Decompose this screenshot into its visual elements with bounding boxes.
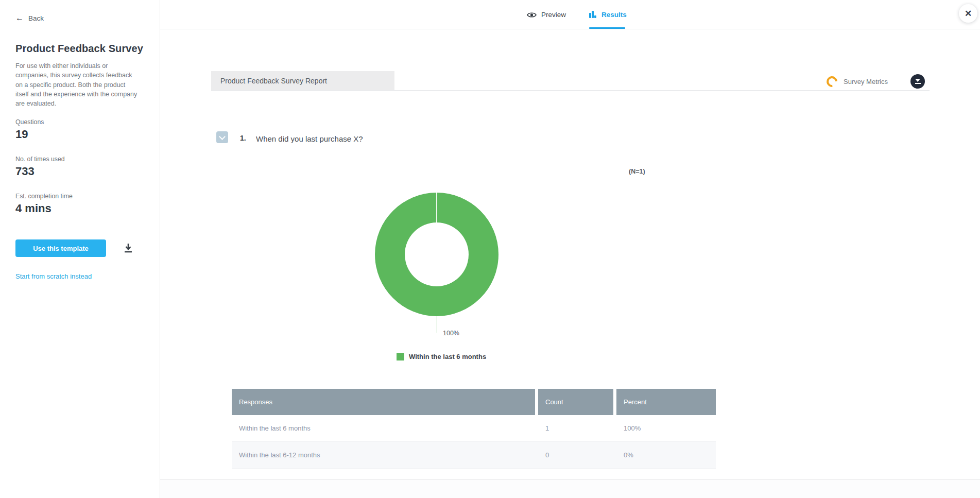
cell-percent: 0% xyxy=(616,451,716,459)
question-text: When did you last purchase X? xyxy=(256,134,363,143)
stat-label: Est. completion time xyxy=(15,193,73,200)
stat-value: 4 mins xyxy=(15,202,73,215)
back-label: Back xyxy=(28,14,44,22)
stat-value: 733 xyxy=(15,165,65,178)
table-row: Within the last 6 months 1 100% xyxy=(232,415,716,442)
survey-metrics-label: Survey Metrics xyxy=(844,78,888,85)
back-arrow-icon: ← xyxy=(15,13,24,23)
stat-label: No. of times used xyxy=(15,156,65,163)
cell-response: Within the last 6 months xyxy=(232,424,538,432)
donut-label-leader-line xyxy=(437,316,437,333)
stat-label: Questions xyxy=(15,118,44,126)
start-from-scratch-link[interactable]: Start from scratch instead xyxy=(15,272,92,280)
table-row: Within the last 12-24 months 0 0% xyxy=(232,469,716,479)
template-title: Product Feedback Survey xyxy=(15,43,144,55)
table-row-clipped: Within the last 12-24 months 0 0% xyxy=(232,469,716,479)
cell-percent: 100% xyxy=(616,424,716,432)
survey-metrics[interactable]: Survey Metrics xyxy=(827,72,888,91)
tab-results[interactable]: Results xyxy=(589,0,627,29)
chart-legend[interactable]: Within the last 6 months xyxy=(397,353,486,360)
tab-preview[interactable]: Preview xyxy=(527,0,566,29)
download-icon[interactable] xyxy=(122,242,134,254)
tab-results-label: Results xyxy=(601,11,627,19)
donut-percent-label: 100% xyxy=(443,330,459,337)
table-row: Within the last 6-12 months 0 0% xyxy=(232,442,716,469)
cell-count: 1 xyxy=(538,424,616,432)
preview-header xyxy=(160,0,980,29)
cell-count: 0 xyxy=(538,451,616,459)
table-header-row: Responses Count Percent xyxy=(232,389,716,415)
active-tab-indicator xyxy=(589,27,625,29)
stat-value: 19 xyxy=(15,128,44,141)
question-collapse-toggle[interactable] xyxy=(216,131,228,143)
stat-questions: Questions 19 xyxy=(15,118,44,141)
column-header-responses[interactable]: Responses xyxy=(232,389,535,415)
cell-response: Within the last 6-12 months xyxy=(232,451,538,459)
column-header-percent[interactable]: Percent xyxy=(616,389,716,415)
tab-preview-label: Preview xyxy=(541,11,566,19)
legend-label: Within the last 6 months xyxy=(409,353,486,360)
results-table: Responses Count Percent Within the last … xyxy=(232,389,716,479)
template-description: For use with either individuals or compa… xyxy=(15,61,138,108)
stat-completion-time: Est. completion time 4 mins xyxy=(15,193,73,215)
collapse-export-button[interactable] xyxy=(910,74,925,89)
bar-chart-icon xyxy=(589,11,597,19)
metrics-ring-icon xyxy=(824,74,840,89)
legend-swatch xyxy=(397,353,404,360)
report-title: Product Feedback Survey Report xyxy=(220,77,327,85)
chevron-down-icon xyxy=(915,79,920,82)
report-header-divider xyxy=(211,90,930,91)
eye-icon xyxy=(527,11,537,18)
question-number: 1. xyxy=(240,134,246,142)
report-title-tab[interactable]: Product Feedback Survey Report xyxy=(211,71,394,90)
chevron-base-line xyxy=(915,83,921,84)
donut-hole xyxy=(405,222,469,286)
back-button[interactable]: ← Back xyxy=(15,13,44,23)
donut-slice-boundary xyxy=(436,193,437,223)
use-template-button[interactable]: Use this template xyxy=(15,239,106,257)
close-button[interactable]: ✕ xyxy=(959,4,977,23)
donut-chart[interactable] xyxy=(375,193,498,316)
content-bottom-edge xyxy=(160,479,980,498)
sample-size-label: (N=1) xyxy=(629,168,645,175)
template-sidebar: ← Back Product Feedback Survey For use w… xyxy=(0,0,160,498)
stat-times-used: No. of times used 733 xyxy=(15,156,65,178)
column-header-count[interactable]: Count xyxy=(538,389,613,415)
